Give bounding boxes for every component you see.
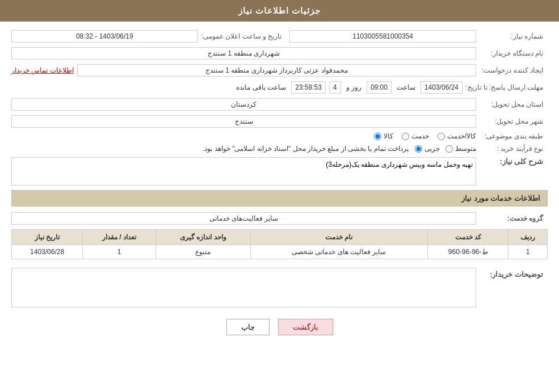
- need-number-label: شماره نیاز:: [480, 32, 548, 40]
- radio-kala-khedmat-label: کالا/خدمت: [447, 132, 476, 140]
- province-value: کردستان: [11, 98, 476, 111]
- radio-kala-label: کالا: [384, 132, 393, 140]
- th-qty: تعداد / مقدار: [83, 230, 156, 245]
- table-cell-unit: متنوع: [155, 245, 250, 259]
- table-cell-name: سایر فعالیت های خدماتی شخصی: [250, 245, 427, 259]
- announce-date-value: 1403/06/19 - 08:32: [11, 30, 198, 43]
- radio-khedmat[interactable]: خدمت: [402, 132, 429, 140]
- row-send-deadline: مهلت ارسال پاسخ: تا تاریخ: 1403/06/24 سا…: [11, 81, 548, 94]
- th-code: کد خدمت: [428, 230, 508, 245]
- row-category: طبقه بندی موضوعی: کالا/خدمت خدمت کالا: [11, 132, 548, 140]
- send-remaining-label: ساعت باقی مانده: [236, 83, 286, 91]
- th-name: نام خدمت: [250, 230, 427, 245]
- buyer-org-value: شهرداری منطقه 1 سنندج: [11, 47, 476, 60]
- send-date-value: 1403/06/24: [421, 81, 463, 94]
- th-unit: واحد اندازه گیری: [155, 230, 250, 245]
- need-number-value: 1103005581000354: [289, 30, 476, 43]
- row-city: شهر محل تحویل: سنندج: [11, 115, 548, 128]
- purchase-type-radio-group: متوسط جزیی: [415, 145, 476, 153]
- description-label: شرح کلی نیاز:: [480, 157, 548, 166]
- buyer-notes-section: توضیحات خریدار:: [11, 268, 548, 307]
- buttons-row: بازگشت چاپ: [11, 319, 548, 335]
- send-remaining-value: 23:58:53: [291, 81, 326, 94]
- send-days-value: 4: [329, 81, 341, 94]
- radio-kala-khedmat[interactable]: کالا/خدمت: [438, 132, 476, 140]
- city-label: شهر محل تحویل:: [480, 117, 548, 125]
- contact-link[interactable]: اطلاعات تماس خریدار: [11, 66, 74, 74]
- service-group-row: گروه خدمت: سایر فعالیت‌های خدماتی: [11, 212, 548, 225]
- send-time-label: ساعت: [397, 83, 415, 91]
- table-cell-row: 1: [508, 245, 548, 259]
- radio-khedmat-input[interactable]: [402, 133, 409, 140]
- services-table: ردیف کد خدمت نام خدمت واحد اندازه گیری ت…: [11, 229, 548, 259]
- main-content: شماره نیاز: 1103005581000354 تاریخ و ساع…: [0, 22, 559, 344]
- send-deadline-label: مهلت ارسال پاسخ: تا تاریخ:: [466, 83, 548, 91]
- page-header: جزئیات اطلاعات نیاز: [0, 0, 559, 22]
- th-date: تاریخ نیاز: [12, 230, 83, 245]
- service-group-label: گروه خدمت:: [480, 214, 548, 222]
- category-label: طبقه بندی موضوعی:: [480, 132, 548, 140]
- table-cell-code: ط-96-96-960: [428, 245, 508, 259]
- city-value: سنندج: [11, 115, 476, 128]
- table-cell-date: 1403/06/28: [12, 245, 83, 259]
- description-textarea[interactable]: [11, 157, 476, 186]
- province-label: استان محل تحویل:: [480, 100, 548, 108]
- row-creator: ایجاد کننده درخواست: محمدفواد عزتی کاربر…: [11, 64, 548, 77]
- send-time-value: 09:00: [367, 81, 392, 94]
- table-row: 1ط-96-96-960سایر فعالیت های خدماتی شخصیم…: [12, 245, 548, 259]
- radio-motovaset[interactable]: متوسط: [445, 145, 476, 153]
- radio-khedmat-label: خدمت: [411, 132, 429, 140]
- radio-kala-khedmat-input[interactable]: [438, 133, 445, 140]
- page-title: جزئیات اطلاعات نیاز: [238, 6, 321, 15]
- radio-kala-input[interactable]: [374, 133, 381, 140]
- table-cell-quantity: 1: [83, 245, 156, 259]
- purchase-type-label: نوع فرآیند خرید :: [480, 145, 548, 153]
- service-group-value: سایر فعالیت‌های خدماتی: [11, 212, 476, 225]
- row-purchase-type: نوع فرآیند خرید : متوسط جزیی پرداخت تمام…: [11, 145, 548, 153]
- page-wrapper: جزئیات اطلاعات نیاز شماره نیاز: 11030055…: [0, 0, 559, 392]
- print-button[interactable]: چاپ: [226, 319, 270, 335]
- creator-value: محمدفواد عزتی کاربرداز شهرداری منطقه 1 س…: [77, 64, 476, 77]
- buyer-org-label: نام دستگاه خریدار:: [480, 49, 548, 57]
- services-section-title: اطلاعات خدمات مورد نیاز: [11, 190, 548, 206]
- radio-motovaset-input[interactable]: [445, 145, 453, 153]
- table-header-row: ردیف کد خدمت نام خدمت واحد اندازه گیری ت…: [12, 230, 548, 245]
- buyer-notes-label: توضیحات خریدار:: [480, 268, 548, 279]
- purchase-note: پرداخت تمام یا بخشی از مبلغ خریداز محل "…: [11, 145, 411, 153]
- announce-date-label: تاریخ و ساعت اعلان عمومی:: [201, 32, 287, 40]
- buyer-notes-textarea[interactable]: [11, 268, 476, 307]
- row-buyer-org: نام دستگاه خریدار: شهرداری منطقه 1 سنندج: [11, 47, 548, 60]
- radio-jazii-label: جزیی: [424, 145, 440, 153]
- send-days-label: روز و: [346, 83, 362, 91]
- th-row: ردیف: [508, 230, 548, 245]
- row-need-number: شماره نیاز: 1103005581000354 تاریخ و ساع…: [11, 30, 548, 43]
- row-description: شرح کلی نیاز:: [11, 157, 548, 186]
- creator-label: ایجاد کننده درخواست:: [480, 66, 548, 74]
- radio-jazii[interactable]: جزیی: [415, 145, 440, 153]
- radio-kala[interactable]: کالا: [374, 132, 393, 140]
- back-button[interactable]: بازگشت: [278, 319, 333, 335]
- radio-jazii-input[interactable]: [415, 145, 422, 153]
- row-province: استان محل تحویل: کردستان: [11, 98, 548, 111]
- radio-motovaset-label: متوسط: [455, 145, 476, 153]
- category-radio-group: کالا/خدمت خدمت کالا: [374, 132, 476, 140]
